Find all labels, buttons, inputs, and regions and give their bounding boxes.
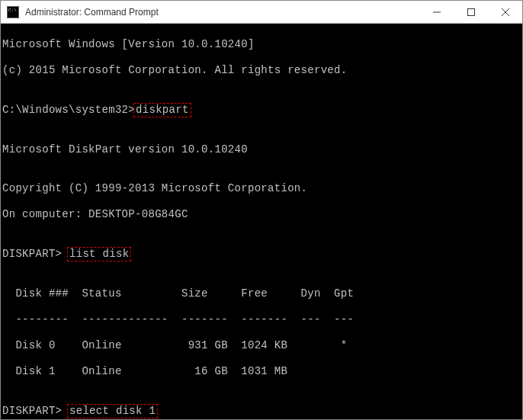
window-controls <box>419 1 522 23</box>
output-line: Microsoft DiskPart version 10.0.10240 <box>2 143 522 156</box>
terminal-output[interactable]: Microsoft Windows [Version 10.0.10240] (… <box>1 24 522 419</box>
output-line: Copyright (C) 1999-2013 Microsoft Corpor… <box>2 182 522 195</box>
output-line: (c) 2015 Microsoft Corporation. All righ… <box>2 64 522 77</box>
table-header: Disk ### Status Size Free Dyn Gpt <box>2 287 522 300</box>
titlebar[interactable]: Administrator: Command Prompt <box>1 1 522 24</box>
table-row: Disk 1 Online 16 GB 1031 MB <box>2 365 522 378</box>
command-highlighted: select disk 1 <box>67 404 158 418</box>
cmd-icon <box>7 6 19 18</box>
command-highlighted: list disk <box>67 247 131 261</box>
output-line: Microsoft Windows [Version 10.0.10240] <box>2 38 522 51</box>
minimize-button[interactable] <box>419 1 454 23</box>
prompt-text: DISKPART> <box>2 248 69 260</box>
command-highlighted: diskpart <box>133 103 191 117</box>
prompt-text: C:\Windows\system32> <box>2 104 135 116</box>
window-title: Administrator: Command Prompt <box>25 7 419 18</box>
command-prompt-window: Administrator: Command Prompt Microsoft … <box>0 0 523 420</box>
table-divider: -------- ------------- ------- ------- -… <box>2 313 522 326</box>
prompt-line: C:\Windows\system32>diskpart <box>2 103 522 117</box>
prompt-text: DISKPART> <box>2 405 69 417</box>
prompt-line: DISKPART> select disk 1 <box>2 404 522 418</box>
svg-rect-1 <box>467 8 474 15</box>
prompt-line: DISKPART> list disk <box>2 247 522 261</box>
maximize-button[interactable] <box>454 1 488 23</box>
output-line: On computer: DESKTOP-08G84GC <box>2 208 522 221</box>
close-button[interactable] <box>488 1 522 23</box>
table-row: Disk 0 Online 931 GB 1024 KB * <box>2 339 522 352</box>
